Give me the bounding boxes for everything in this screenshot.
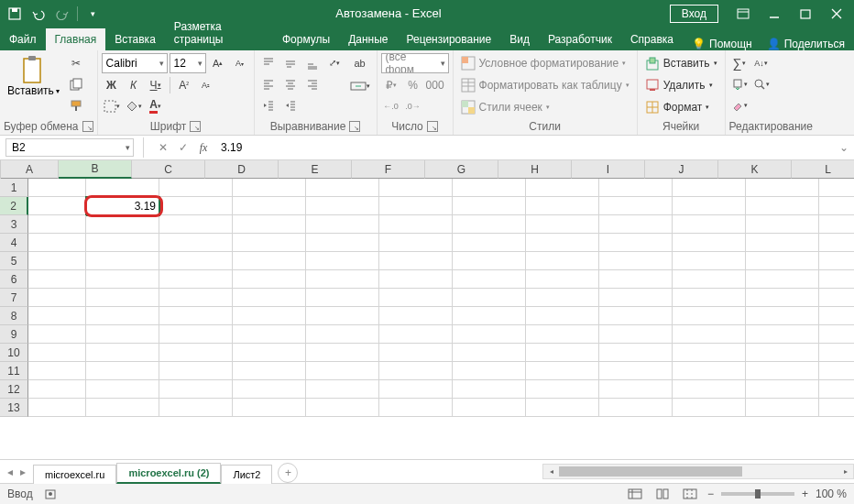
cell[interactable] <box>599 289 673 307</box>
cell[interactable] <box>746 307 819 325</box>
formula-input[interactable]: 3.19 <box>214 141 834 154</box>
number-format-select[interactable]: (все форм <box>381 53 449 73</box>
left-align-icon[interactable] <box>258 74 279 93</box>
cell[interactable] <box>379 197 453 215</box>
cell[interactable] <box>86 215 159 234</box>
cell[interactable] <box>599 362 673 380</box>
cell[interactable] <box>28 380 86 399</box>
cell[interactable] <box>159 270 233 289</box>
cell[interactable] <box>28 362 86 380</box>
cell[interactable] <box>599 215 673 234</box>
cell[interactable] <box>159 399 233 417</box>
cell[interactable] <box>379 399 453 417</box>
tab-file[interactable]: Файл <box>0 28 46 50</box>
cell[interactable] <box>526 307 599 325</box>
increase-indent-icon[interactable] <box>280 95 301 115</box>
formula-expand-icon[interactable]: ⌄ <box>834 141 854 154</box>
cell[interactable] <box>306 289 379 307</box>
cell[interactable] <box>526 234 599 252</box>
cell[interactable] <box>28 307 86 325</box>
cell[interactable] <box>453 234 526 252</box>
row-header[interactable]: 5 <box>0 252 28 270</box>
cell[interactable] <box>526 197 599 215</box>
cell[interactable] <box>673 179 746 197</box>
cell[interactable] <box>86 399 159 417</box>
cell[interactable] <box>159 325 233 344</box>
column-header[interactable]: I <box>572 160 645 179</box>
cell[interactable] <box>306 179 379 197</box>
cell[interactable] <box>306 215 379 234</box>
cell[interactable] <box>746 380 819 399</box>
column-header[interactable]: L <box>792 160 854 179</box>
cell[interactable] <box>86 344 159 362</box>
cell[interactable] <box>233 325 306 344</box>
underline-button[interactable]: Ч▾ <box>146 75 166 94</box>
decrease-font-icon[interactable]: A▾ <box>230 54 250 73</box>
column-header[interactable]: D <box>205 160 279 179</box>
cell[interactable] <box>453 197 526 215</box>
cell[interactable] <box>746 179 819 197</box>
row-header[interactable]: 6 <box>0 270 28 289</box>
scroll-left-icon[interactable]: ◂ <box>543 465 559 478</box>
cell[interactable] <box>673 215 746 234</box>
cell[interactable] <box>746 344 819 362</box>
cell[interactable] <box>233 307 306 325</box>
cell[interactable] <box>599 399 673 417</box>
page-break-view-icon[interactable] <box>680 486 700 502</box>
horizontal-scrollbar[interactable]: ◂ ▸ <box>542 464 854 479</box>
cell[interactable] <box>379 215 453 234</box>
cell[interactable] <box>159 179 233 197</box>
hscroll-thumb[interactable] <box>559 466 742 477</box>
font-dialog-launcher[interactable] <box>190 121 201 132</box>
row-header[interactable]: 8 <box>0 307 28 325</box>
cell[interactable] <box>86 179 159 197</box>
cell[interactable] <box>599 252 673 270</box>
share-button[interactable]: 👤Поделиться <box>767 38 845 50</box>
cell[interactable] <box>453 270 526 289</box>
cell[interactable] <box>379 289 453 307</box>
percent-icon[interactable]: % <box>403 75 423 94</box>
cell[interactable] <box>599 179 673 197</box>
cut-icon[interactable]: ✂ <box>66 53 86 72</box>
scroll-right-icon[interactable]: ▸ <box>838 465 853 478</box>
zoom-level[interactable]: 100 % <box>816 488 847 500</box>
column-header[interactable]: G <box>425 160 498 179</box>
cell[interactable] <box>159 344 233 362</box>
column-header[interactable]: E <box>279 160 352 179</box>
cell[interactable] <box>453 289 526 307</box>
cells-area[interactable]: 3.19 <box>28 179 854 459</box>
tab-help[interactable]: Справка <box>621 28 683 50</box>
cell[interactable] <box>159 289 233 307</box>
middle-align-icon[interactable] <box>280 53 301 72</box>
cell[interactable] <box>159 362 233 380</box>
sheet-prev-icon[interactable]: ◂ <box>7 466 13 478</box>
increase-decimal-icon[interactable]: ←.0 <box>381 96 401 115</box>
cell[interactable] <box>379 307 453 325</box>
cell[interactable] <box>306 270 379 289</box>
delete-cells-button[interactable]: Удалить▾ <box>641 75 721 95</box>
cell[interactable] <box>819 215 854 234</box>
cell[interactable] <box>233 197 306 215</box>
macro-record-icon[interactable] <box>44 488 57 500</box>
cell[interactable] <box>159 252 233 270</box>
cell[interactable] <box>306 325 379 344</box>
right-align-icon[interactable] <box>302 74 323 93</box>
row-header[interactable]: 9 <box>0 325 28 344</box>
cell[interactable] <box>673 252 746 270</box>
cell[interactable] <box>28 270 86 289</box>
cell[interactable] <box>599 197 673 215</box>
cell[interactable] <box>673 234 746 252</box>
row-header[interactable]: 11 <box>0 362 28 380</box>
cell[interactable] <box>86 325 159 344</box>
cell[interactable] <box>233 234 306 252</box>
tab-review[interactable]: Рецензирование <box>398 28 501 50</box>
cell[interactable] <box>673 270 746 289</box>
cell[interactable] <box>819 325 854 344</box>
cell[interactable] <box>306 197 379 215</box>
cell[interactable] <box>306 380 379 399</box>
cell[interactable] <box>453 252 526 270</box>
cell[interactable] <box>28 179 86 197</box>
cell[interactable] <box>526 252 599 270</box>
cell[interactable] <box>306 307 379 325</box>
cell[interactable] <box>233 179 306 197</box>
